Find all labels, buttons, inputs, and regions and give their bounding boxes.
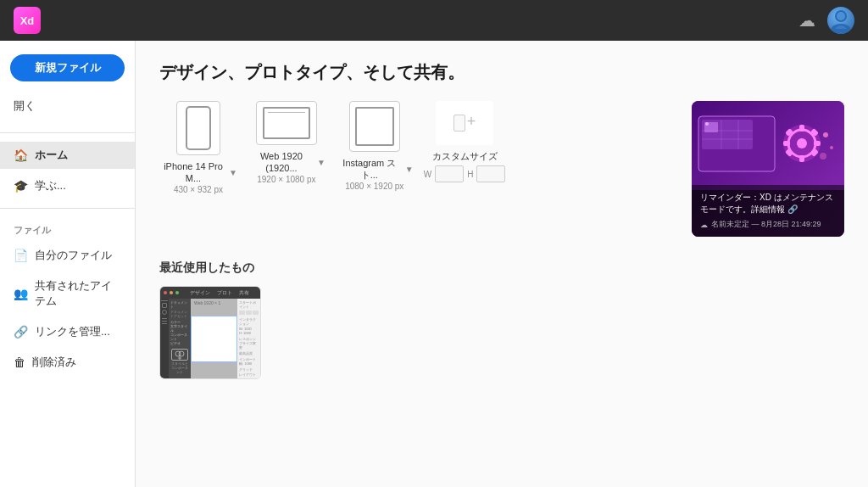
titlebar-left: Xd bbox=[14, 7, 41, 34]
template-instagram[interactable]: Instagram スト... ▼ 1080 × 1920 px bbox=[336, 101, 414, 191]
xd-thumb-topbar: デザイン プロト 共有 bbox=[160, 287, 260, 299]
instagram-shape bbox=[355, 107, 394, 146]
svg-point-2 bbox=[837, 12, 845, 20]
my-files-icon: 📄 bbox=[14, 249, 28, 262]
sidebar-learn-label: 学ぶ... bbox=[35, 178, 66, 193]
avatar[interactable] bbox=[827, 7, 854, 34]
shared-icon: 👥 bbox=[14, 287, 28, 300]
instagram-template-name: Instagram スト... bbox=[336, 157, 403, 182]
w-label: W bbox=[424, 170, 431, 179]
web-template-name: Web 1920 (1920... bbox=[248, 150, 315, 175]
xd-logo: Xd bbox=[14, 7, 41, 34]
svg-rect-17 bbox=[783, 141, 790, 146]
promo-banner-text: リマインダー：XD はメンテナンスモードです。詳細情報 🔗 bbox=[700, 192, 836, 216]
sidebar-item-links[interactable]: 🔗 リンクを管理... bbox=[0, 318, 135, 345]
sidebar-item-my-files[interactable]: 📄 自分のファイル bbox=[0, 242, 135, 269]
recent-files-row: デザイン プロト 共有 bbox=[159, 286, 844, 379]
sidebar-item-home[interactable]: 🏠 ホーム bbox=[0, 142, 135, 169]
xd-thumb-body: ドキュメント ドキュメントアセット カラー 文字スタイル コンポーネント ビデオ bbox=[160, 299, 260, 378]
sidebar-divider-2 bbox=[0, 208, 135, 209]
new-file-button[interactable]: 新規ファイル bbox=[10, 54, 125, 81]
iphone-shape bbox=[186, 106, 211, 150]
promo-banner[interactable]: リマインダー：XD はメンテナンスモードです。詳細情報 🔗 ☁ 名前未定定 — … bbox=[692, 101, 844, 237]
page-title: デザイン、プロトタイプ、そして共有。 bbox=[159, 61, 844, 84]
template-custom[interactable]: + カスタムサイズ W H bbox=[424, 101, 506, 182]
instagram-arrow-icon: ▼ bbox=[405, 165, 414, 174]
files-section-label: ファイル bbox=[0, 217, 135, 238]
titlebar: Xd ☁ bbox=[0, 0, 868, 41]
links-icon: 🔗 bbox=[14, 325, 28, 339]
svg-point-28 bbox=[179, 351, 184, 356]
template-web1920[interactable]: Web 1920 (1920... ▼ 1920 × 1080 px bbox=[248, 101, 326, 184]
instagram-template-size: 1080 × 1920 px bbox=[345, 182, 403, 191]
iphone-template-name: iPhone 14 Pro M... bbox=[159, 160, 227, 185]
template-thumb-custom: + bbox=[436, 101, 493, 145]
template-iphone[interactable]: iPhone 14 Pro M... ▼ 430 × 932 px bbox=[159, 101, 237, 194]
sidebar-divider-1 bbox=[0, 132, 135, 133]
home-icon: 🏠 bbox=[14, 148, 28, 162]
svg-rect-16 bbox=[799, 155, 804, 162]
promo-cloud-date: 名前未定定 — 8月28日 21:49:29 bbox=[711, 219, 821, 230]
deleted-label: 削除済み bbox=[32, 355, 76, 370]
sidebar-item-shared[interactable]: 👥 共有されたアイテム bbox=[0, 272, 135, 315]
custom-width-input[interactable] bbox=[435, 165, 464, 182]
deleted-icon: 🗑 bbox=[14, 355, 25, 369]
sidebar-home-label: ホーム bbox=[35, 148, 68, 163]
svg-point-24 bbox=[830, 146, 833, 149]
templates-row: iPhone 14 Pro M... ▼ 430 × 932 px Web 19… bbox=[159, 101, 844, 237]
recent-file-card-1[interactable]: デザイン プロト 共有 bbox=[159, 286, 261, 379]
custom-height-input[interactable] bbox=[476, 165, 505, 182]
iphone-template-size: 430 × 932 px bbox=[174, 185, 223, 194]
sidebar-item-learn[interactable]: 🎓 学ぶ... bbox=[0, 172, 135, 199]
avatar-inner bbox=[827, 7, 854, 34]
svg-point-11 bbox=[705, 122, 709, 126]
svg-point-23 bbox=[823, 132, 828, 137]
content-area: デザイン、プロトタイプ、そして共有。 iPhone 14 Pro M... ▼ … bbox=[136, 41, 868, 487]
web-template-size: 1920 × 1080 px bbox=[257, 175, 315, 184]
svg-rect-15 bbox=[799, 125, 804, 132]
sidebar: 新規ファイル 開く 🏠 ホーム 🎓 学ぶ... ファイル 📄 自分のファイル 👥… bbox=[0, 41, 136, 487]
svg-rect-18 bbox=[814, 141, 821, 146]
web-arrow-icon: ▼ bbox=[317, 158, 326, 167]
template-thumb-iphone bbox=[176, 101, 220, 155]
sidebar-item-deleted[interactable]: 🗑 削除済み bbox=[0, 349, 135, 376]
svg-point-14 bbox=[797, 138, 807, 148]
cloud-icon[interactable]: ☁ bbox=[798, 10, 815, 31]
h-label: H bbox=[467, 170, 473, 179]
template-thumb-web bbox=[256, 101, 317, 145]
web-shape bbox=[263, 107, 310, 139]
learn-icon: 🎓 bbox=[14, 179, 28, 193]
titlebar-right: ☁ bbox=[798, 7, 854, 34]
recent-section-title: 最近使用したもの bbox=[159, 260, 844, 276]
open-button[interactable]: 開く bbox=[0, 95, 135, 117]
xd-thumbnail-1: デザイン プロト 共有 bbox=[160, 287, 260, 378]
template-thumb-instagram bbox=[349, 101, 400, 152]
svg-point-25 bbox=[820, 153, 826, 160]
main-layout: 新規ファイル 開く 🏠 ホーム 🎓 学ぶ... ファイル 📄 自分のファイル 👥… bbox=[0, 41, 868, 487]
my-files-label: 自分のファイル bbox=[35, 248, 112, 263]
custom-template-name: カスタムサイズ bbox=[432, 150, 498, 162]
links-label: リンクを管理... bbox=[35, 324, 110, 339]
iphone-arrow-icon: ▼ bbox=[229, 168, 237, 177]
promo-banner-content: リマインダー：XD はメンテナンスモードです。詳細情報 🔗 ☁ 名前未定定 — … bbox=[692, 185, 844, 237]
shared-label: 共有されたアイテム bbox=[35, 278, 121, 309]
custom-size-inputs: W H bbox=[424, 165, 506, 182]
